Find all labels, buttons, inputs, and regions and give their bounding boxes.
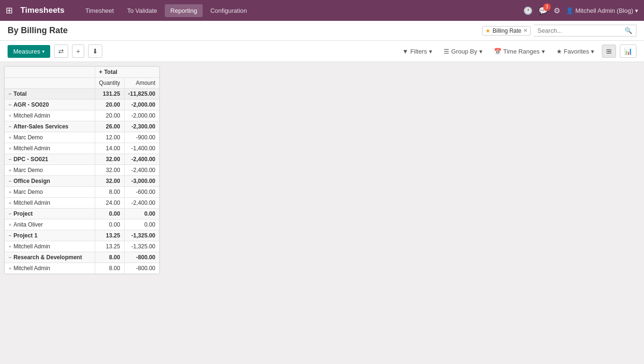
row-amount: -2,000.00 — [124, 100, 159, 110]
table-row: +Anita Oliver 0.00 0.00 — [5, 219, 160, 230]
messages-icon[interactable]: 💬 3 — [538, 6, 548, 15]
row-quantity: 13.25 — [95, 241, 124, 252]
row-label: −Office Design — [5, 176, 95, 187]
add-button[interactable]: + — [72, 45, 84, 58]
user-name: Mitchell Admin (Blog) — [575, 7, 633, 14]
search-button[interactable]: 🔍 — [621, 25, 636, 36]
row-quantity: 8.00 — [95, 187, 124, 198]
row-label: +Mitchell Admin — [5, 110, 95, 121]
row-quantity: 0.00 — [95, 219, 124, 230]
toolbar-row: Measures ▾ ⇄ + ⬇ ▼ Filters ▾ ☰ Group By … — [0, 41, 644, 62]
row-amount: -11,825.00 — [124, 89, 159, 100]
row-label: −Project 1 — [5, 230, 95, 241]
settings-icon[interactable]: ⚙ — [554, 6, 560, 15]
compare-button[interactable]: ⇄ — [54, 45, 68, 58]
search-tag-label: Billing Rate — [492, 27, 521, 34]
table-row: +Mitchell Admin 24.00 -2,400.00 — [5, 198, 160, 209]
nav-links: Timesheet To Validate Reporting Configur… — [80, 4, 519, 17]
group-by-label: Group By — [451, 48, 477, 55]
table-row: +Mitchell Admin 13.25 -1,325.00 — [5, 241, 160, 252]
grid-view-button[interactable]: ⊞ — [602, 45, 616, 58]
table-header-group: + Total — [5, 67, 160, 78]
filter-icon: ▼ — [402, 48, 409, 55]
collapse-icon[interactable]: − — [9, 124, 11, 129]
empty-sub-header — [5, 78, 95, 89]
time-ranges-button[interactable]: 📅 Time Ranges ▾ — [490, 46, 549, 57]
table-row: −DPC - SO021 32.00 -2,400.00 — [5, 154, 160, 165]
plus-icon: + — [9, 113, 11, 118]
nav-reporting[interactable]: Reporting — [165, 4, 203, 17]
table-row: −Research & Development 8.00 -800.00 — [5, 252, 160, 263]
table-row: −Project 1 13.25 -1,325.00 — [5, 230, 160, 241]
table-row: −AGR - SO020 20.00 -2,000.00 — [5, 100, 160, 110]
favorites-button[interactable]: ★ Favorites ▾ — [553, 46, 598, 57]
row-amount: 0.00 — [124, 209, 159, 219]
nav-configuration[interactable]: Configuration — [205, 4, 252, 17]
chart-view-button[interactable]: 📊 — [620, 45, 636, 58]
user-menu[interactable]: 👤 Mitchell Admin (Blog) ▾ — [566, 7, 638, 14]
plus-icon: + — [9, 189, 11, 195]
favorites-label: Favorites — [564, 48, 589, 55]
row-label: −Project — [5, 209, 95, 219]
main-content: + Total Quantity Amount −Total 131.25 -1… — [0, 66, 644, 274]
table-row: +Marc Demo 12.00 -900.00 — [5, 132, 160, 143]
quantity-header: Quantity — [95, 78, 124, 89]
total-header: + Total — [95, 67, 159, 78]
row-amount: -800.00 — [124, 252, 159, 263]
nav-right: 🕐 💬 3 ⚙ 👤 Mitchell Admin (Blog) ▾ — [523, 6, 638, 15]
top-nav: ⊞ Timesheets Timesheet To Validate Repor… — [0, 0, 644, 21]
row-label: +Mitchell Admin — [5, 263, 95, 274]
row-quantity: 20.00 — [95, 100, 124, 110]
app-title: Timesheets — [20, 6, 64, 15]
measures-caret: ▾ — [42, 49, 45, 54]
group-by-button[interactable]: ☰ Group By ▾ — [440, 46, 486, 57]
measures-button[interactable]: Measures ▾ — [8, 45, 50, 58]
favorites-star-icon: ★ — [556, 48, 562, 55]
table-row: −Project 0.00 0.00 — [5, 209, 160, 219]
row-amount: -800.00 — [124, 263, 159, 274]
row-amount: -2,400.00 — [124, 165, 159, 176]
row-amount: -3,000.00 — [124, 176, 159, 187]
collapse-icon[interactable]: − — [9, 211, 11, 217]
nav-tovalidate[interactable]: To Validate — [121, 4, 162, 17]
search-tag-close[interactable]: ✕ — [523, 27, 528, 34]
collapse-icon[interactable]: − — [9, 156, 11, 162]
search-tag: ★ Billing Rate ✕ — [482, 26, 531, 36]
row-label: −After-Sales Services — [5, 121, 95, 132]
collapse-icon[interactable]: − — [9, 102, 11, 108]
nav-timesheet[interactable]: Timesheet — [80, 4, 119, 17]
amount-header: Amount — [124, 78, 159, 89]
collapse-icon[interactable]: − — [9, 91, 11, 97]
pivot-body: −Total 131.25 -11,825.00 −AGR - SO020 20… — [5, 89, 160, 274]
table-row: +Mitchell Admin 14.00 -1,400.00 — [5, 143, 160, 154]
search-area: ★ Billing Rate ✕ 🔍 — [482, 25, 636, 36]
group-by-icon: ☰ — [444, 48, 449, 55]
user-dropdown-icon: ▾ — [635, 7, 638, 14]
page-title: By Billing Rate — [8, 26, 68, 36]
time-ranges-label: Time Ranges — [503, 48, 540, 55]
collapse-icon[interactable]: − — [9, 178, 11, 184]
row-amount: 0.00 — [124, 219, 159, 230]
search-input-wrap: 🔍 — [534, 25, 636, 36]
grid-icon[interactable]: ⊞ — [6, 5, 13, 16]
clock-icon[interactable]: 🕐 — [523, 6, 533, 15]
total-expand-icon[interactable]: + — [99, 69, 102, 75]
row-label: +Marc Demo — [5, 165, 95, 176]
pivot-table: + Total Quantity Amount −Total 131.25 -1… — [4, 66, 160, 274]
star-icon: ★ — [485, 27, 491, 34]
row-label: −Total — [5, 89, 95, 100]
collapse-icon[interactable]: − — [9, 255, 11, 260]
row-amount: -2,400.00 — [124, 154, 159, 165]
row-amount: -1,325.00 — [124, 230, 159, 241]
table-row: +Marc Demo 8.00 -600.00 — [5, 187, 160, 198]
download-button[interactable]: ⬇ — [88, 45, 102, 58]
row-label: +Mitchell Admin — [5, 241, 95, 252]
message-badge: 3 — [543, 3, 551, 11]
search-input[interactable] — [534, 25, 621, 36]
row-label: +Mitchell Admin — [5, 198, 95, 209]
total-header-label: Total — [104, 69, 117, 75]
collapse-icon[interactable]: − — [9, 233, 11, 238]
filters-button[interactable]: ▼ Filters ▾ — [399, 46, 436, 57]
measures-label: Measures — [13, 48, 40, 55]
table-row: −Office Design 32.00 -3,000.00 — [5, 176, 160, 187]
